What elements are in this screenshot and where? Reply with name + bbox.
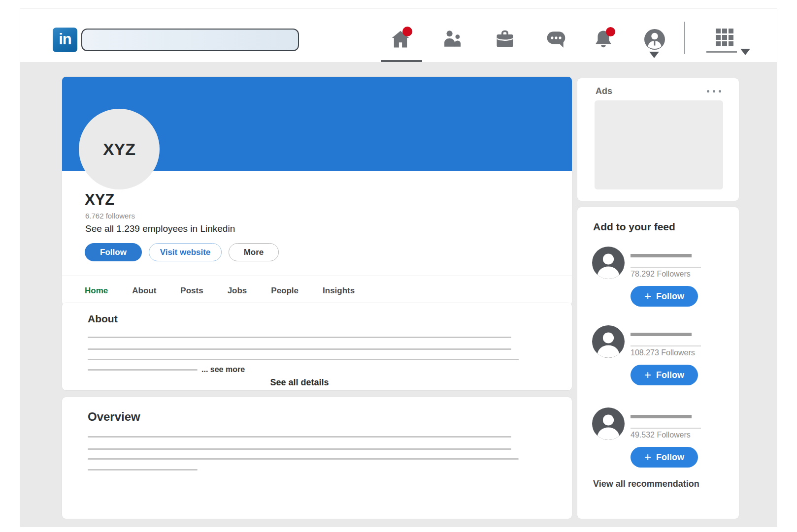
visit-website-button[interactable]: Visit website [149,243,222,261]
company-name: XYZ [85,191,114,209]
nav-jobs-button[interactable] [494,29,516,50]
nav-me-button[interactable] [644,29,665,50]
bell-icon [593,43,614,52]
briefcase-icon [494,43,516,52]
nav-notifications-button[interactable] [593,29,614,50]
followers-count: 6.762 followers [85,212,135,220]
tab-people[interactable]: People [271,276,299,306]
follower-count: 108.273 Followers [631,348,695,357]
name-placeholder [631,333,692,336]
divider [631,345,701,346]
text-placeholder-line [88,348,511,350]
bell-notification-dot [606,27,615,36]
linkedin-logo[interactable]: in [53,28,77,52]
search-input[interactable] [81,29,299,51]
about-section-card: About ... see more See all details [62,303,572,390]
company-profile-card: XYZ XYZ 6.762 followers See all 1.239 em… [62,77,572,306]
follow-button[interactable]: + Follow [631,365,698,385]
nav-divider [684,22,685,54]
chevron-down-icon [649,52,659,58]
apps-underline [706,51,737,53]
follow-button[interactable]: + Follow [631,447,698,468]
follow-button[interactable]: Follow [85,243,142,261]
more-button[interactable]: More [229,243,279,261]
tab-about[interactable]: About [132,276,156,306]
feed-suggestion-item: 78.292 Followers + Follow [592,247,724,307]
home-notification-dot [402,27,412,36]
name-placeholder [631,254,692,257]
action-buttons: Follow Visit website More [85,243,279,261]
text-placeholder-line [88,469,198,470]
follower-count: 78.292 Followers [631,270,691,279]
tab-jobs[interactable]: Jobs [228,276,247,306]
text-placeholder-line [88,448,511,450]
home-icon [390,43,411,52]
view-all-recommendations-link[interactable]: View all recommendation [593,479,699,489]
person-avatar[interactable] [592,407,625,440]
chevron-down-icon [740,49,750,55]
person-avatar[interactable] [592,247,625,279]
see-all-details-link[interactable]: See all details [88,377,511,388]
ads-card: Ads [577,78,739,201]
text-placeholder-line [88,337,511,338]
tab-home[interactable]: Home [85,276,108,306]
text-placeholder-line [88,359,519,360]
chat-icon [545,43,567,52]
person-avatar[interactable] [592,325,625,358]
name-placeholder [631,415,692,418]
feed-suggestion-item: 108.273 Followers + Follow [592,325,724,385]
follow-label: Follow [656,370,684,380]
app-window: in [20,8,777,527]
add-to-feed-card: Add to your feed 78.292 Followers + Foll… [577,207,739,519]
employees-link[interactable]: See all 1.239 employees in Linkedin [85,223,235,234]
follow-label: Follow [656,452,684,463]
follow-button[interactable]: + Follow [631,286,698,307]
text-placeholder-line [88,369,198,371]
network-icon [442,43,464,52]
overview-title: Overview [88,410,140,424]
tab-posts[interactable]: Posts [180,276,203,306]
ads-label: Ads [596,86,612,96]
nav-home-button[interactable] [390,29,411,50]
top-nav: in [20,9,777,62]
nav-messaging-button[interactable] [545,29,567,50]
apps-grid-icon [716,29,733,46]
page-content: XYZ XYZ 6.762 followers See all 1.239 em… [20,62,777,527]
overview-section-card: Overview [62,397,572,519]
see-more-link[interactable]: ... see more [201,365,245,374]
profile-icon [644,43,665,52]
nav-network-button[interactable] [442,29,464,50]
feed-title: Add to your feed [593,221,675,233]
company-avatar[interactable]: XYZ [79,109,160,189]
about-title: About [88,313,118,325]
follower-count: 49.532 Followers [631,431,691,439]
tab-insights[interactable]: Insights [323,276,355,306]
text-placeholder-line [88,458,519,460]
ad-placeholder [595,100,723,189]
divider [631,267,701,268]
text-placeholder-line [88,436,511,438]
ads-menu-icon[interactable] [707,88,721,94]
follow-label: Follow [656,291,684,302]
feed-suggestion-item: 49.532 Followers + Follow [592,407,724,468]
divider [631,428,701,429]
profile-tabs: Home About Posts Jobs People Insights [62,276,572,306]
